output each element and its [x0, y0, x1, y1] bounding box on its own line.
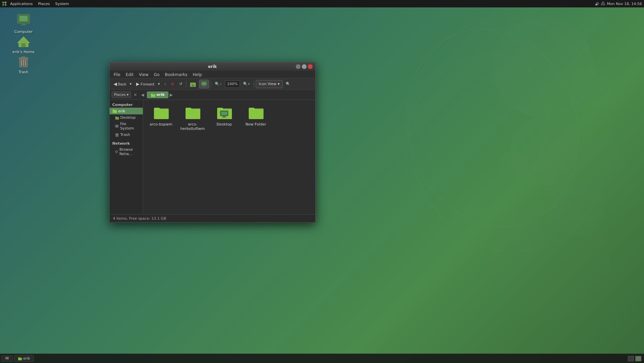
- window-controls: _ □ ✕: [296, 64, 313, 69]
- file-item-new-folder[interactable]: New Folder: [241, 103, 271, 133]
- svg-rect-0: [2, 2, 4, 3]
- folder-icon-arco-herbstluftwm: [185, 105, 201, 121]
- svg-rect-16: [22, 56, 26, 58]
- window-pathbar: Places ▾ ✕ ◀ erik ▶: [110, 90, 315, 100]
- up-arrow-icon: ↑: [164, 82, 166, 86]
- taskbar-bottom-show-desktop[interactable]: [1, 356, 13, 362]
- back-button[interactable]: ◀ Back: [112, 80, 128, 88]
- home-icon: [190, 81, 196, 87]
- sidebar-browse-network-label: Browse Netw...: [119, 147, 140, 156]
- places-label: Places: [114, 93, 126, 97]
- taskbar-window-erik[interactable]: erik: [14, 355, 34, 362]
- maximize-button[interactable]: □: [302, 64, 307, 69]
- file-name-arco-bspwm: arco-bspwm: [150, 122, 172, 126]
- zoom-out-icon: 🔍−: [215, 82, 222, 86]
- back-dropdown-button[interactable]: ▾: [128, 80, 133, 88]
- desktop-icon-home[interactable]: erik's Home: [10, 33, 37, 55]
- minimize-button[interactable]: _: [296, 64, 300, 69]
- view-selector[interactable]: Icon View ▾: [256, 80, 283, 88]
- stop-button[interactable]: ⊘: [169, 80, 176, 88]
- menu-go[interactable]: Go: [151, 72, 162, 78]
- places-dropdown-icon: ▾: [127, 93, 129, 97]
- window-title: erik: [208, 64, 217, 69]
- toolbar-sep-2: [211, 81, 211, 87]
- zoom-value: 100%: [227, 82, 238, 86]
- pathbar-close-button[interactable]: ✕: [132, 92, 138, 98]
- taskbar-bottom-right: [628, 356, 644, 361]
- sidebar-item-desktop[interactable]: Desktop: [110, 114, 143, 121]
- forward-label: Forward: [140, 82, 154, 86]
- volume-icon[interactable]: 🔊: [595, 2, 599, 6]
- window-body: Computer erik Desktop File System: [110, 100, 315, 214]
- sidebar-item-erik[interactable]: erik: [110, 108, 143, 114]
- window-toolbar: ◀ Back ▾ ▶ Forward ▾ ↑ ⊘ ↺: [110, 78, 315, 90]
- taskbar-system[interactable]: System: [52, 1, 72, 7]
- pager-workspace-2[interactable]: [635, 356, 641, 361]
- file-area: arco-bspwm arco-herbstluftwm: [143, 100, 315, 214]
- status-text: 4 items, Free space: 13.1 GB: [113, 216, 166, 221]
- sidebar-filesystem-icon: [115, 124, 119, 128]
- menu-file[interactable]: File: [111, 72, 123, 78]
- search-button[interactable]: 🔍: [284, 80, 292, 88]
- sidebar-item-trash[interactable]: Trash: [110, 132, 143, 138]
- sidebar-erik-label: erik: [118, 109, 125, 113]
- search-icon: 🔍: [286, 82, 290, 86]
- svg-rect-39: [222, 117, 227, 118]
- menu-bookmarks[interactable]: Bookmarks: [162, 72, 190, 78]
- up-button[interactable]: ↑: [162, 80, 168, 88]
- file-item-desktop[interactable]: Desktop: [209, 103, 239, 133]
- reload-button[interactable]: ↺: [177, 80, 184, 88]
- file-item-arco-herbstluftwm[interactable]: arco-herbstluftwm: [177, 103, 208, 133]
- app-menu-icon[interactable]: [1, 0, 7, 7]
- network-icon[interactable]: [601, 1, 605, 6]
- svg-line-6: [602, 2, 603, 3]
- forward-button-group: ▶ Forward ▾: [134, 80, 161, 88]
- show-desktop-icon: [5, 357, 9, 361]
- toolbar-sep-3: [254, 81, 254, 87]
- back-button-group: ◀ Back ▾: [112, 80, 133, 88]
- computer-button[interactable]: [199, 80, 209, 88]
- back-arrow-icon: ◀: [114, 81, 117, 86]
- pager-workspace-1[interactable]: [628, 356, 634, 361]
- desktop-icon-computer[interactable]: Computer: [10, 12, 37, 34]
- path-crumb-erik[interactable]: erik: [147, 92, 168, 98]
- sidebar-item-browse-network[interactable]: Browse Netw...: [110, 146, 143, 157]
- bg-decoration: [0, 0, 644, 363]
- forward-dropdown-button[interactable]: ▾: [157, 80, 161, 88]
- close-button[interactable]: ✕: [308, 64, 313, 69]
- svg-rect-12: [21, 25, 27, 25]
- zoom-in-button[interactable]: 🔍+: [241, 80, 252, 88]
- menu-edit[interactable]: Edit: [123, 72, 136, 78]
- computer-toolbar-icon: [201, 81, 207, 87]
- zoom-display: 100%: [225, 80, 240, 88]
- zoom-out-button[interactable]: 🔍−: [213, 80, 224, 88]
- pathbar-prev-button[interactable]: ◀: [140, 92, 146, 98]
- forward-button[interactable]: ▶ Forward: [134, 80, 156, 88]
- taskbar-bottom-left: erik: [0, 355, 34, 362]
- sidebar-item-filesystem[interactable]: File System: [110, 121, 143, 132]
- forward-dropdown-icon: ▾: [158, 82, 160, 86]
- path-folder-icon: [151, 93, 155, 97]
- folder-icon-new-folder: [248, 105, 264, 121]
- svg-line-7: [603, 2, 604, 3]
- taskbar-window-label: erik: [23, 356, 30, 361]
- svg-rect-2: [2, 4, 4, 6]
- sidebar-desktop-label: Desktop: [120, 115, 135, 120]
- trash-label: Trash: [17, 70, 29, 75]
- home-button[interactable]: [188, 80, 198, 88]
- taskbar-applications[interactable]: Applications: [7, 1, 35, 7]
- svg-rect-13: [22, 43, 26, 47]
- places-selector[interactable]: Places ▾: [112, 92, 131, 98]
- datetime-display: Mon Nov 18, 14:56: [607, 2, 642, 6]
- taskbar-left: Applications Places System: [0, 0, 72, 7]
- window-menubar: File Edit View Go Bookmarks Help: [110, 71, 315, 78]
- file-item-arco-bspwm[interactable]: arco-bspwm: [146, 103, 176, 133]
- home-folder-icon: [15, 33, 32, 49]
- menu-help[interactable]: Help: [190, 72, 205, 78]
- desktop-icon-trash[interactable]: Trash: [10, 53, 37, 75]
- folder-icon-arco-bspwm: [153, 105, 169, 121]
- taskbar-places[interactable]: Places: [35, 1, 52, 7]
- menu-view[interactable]: View: [136, 72, 151, 78]
- svg-rect-25: [203, 85, 205, 86]
- sidebar-trash-icon: [115, 133, 119, 137]
